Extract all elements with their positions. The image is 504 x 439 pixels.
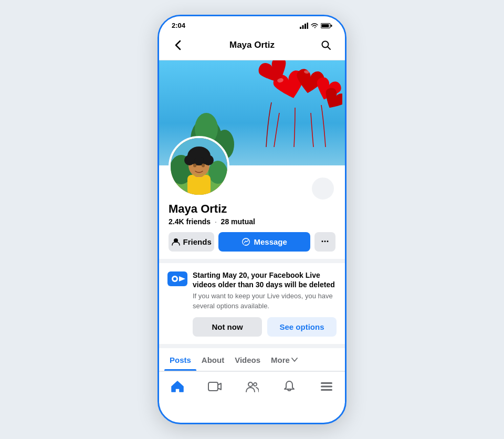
banner-title: Starting May 20, your Facebook Live vide… bbox=[193, 270, 337, 289]
home-icon bbox=[171, 380, 184, 393]
svg-rect-1 bbox=[302, 25, 304, 29]
svg-rect-39 bbox=[321, 385, 332, 387]
bottom-nav-video[interactable] bbox=[202, 377, 228, 396]
chevron-down-icon bbox=[291, 358, 298, 362]
back-button[interactable] bbox=[169, 36, 187, 55]
banner-subtitle: If you want to keep your Live videos, yo… bbox=[193, 291, 337, 310]
friends-icon bbox=[172, 238, 180, 246]
bottom-nav-friends[interactable] bbox=[239, 377, 265, 396]
bottom-nav-home[interactable] bbox=[164, 377, 191, 396]
svg-rect-19 bbox=[187, 175, 211, 195]
balloons bbox=[248, 60, 342, 160]
svg-point-36 bbox=[248, 382, 253, 386]
svg-rect-40 bbox=[321, 389, 332, 391]
tab-posts[interactable]: Posts bbox=[164, 348, 196, 371]
svg-rect-0 bbox=[300, 27, 301, 29]
friends-button-label: Friends bbox=[183, 237, 212, 246]
profile-name: Maya Ortiz bbox=[169, 202, 335, 216]
friends-label: friends bbox=[186, 217, 211, 226]
wifi-icon bbox=[310, 23, 319, 29]
tab-videos[interactable]: Videos bbox=[229, 348, 266, 371]
more-options-button[interactable]: ··· bbox=[314, 232, 335, 252]
banner-actions: Not now See options bbox=[193, 317, 337, 337]
profile-friends-count: 2.4K friends · 28 mutual bbox=[169, 217, 335, 226]
tab-more[interactable]: More bbox=[266, 348, 303, 371]
more-dots: ··· bbox=[321, 236, 329, 247]
search-button[interactable] bbox=[317, 36, 335, 55]
signal-icon bbox=[300, 23, 308, 29]
avatar-illustration bbox=[171, 138, 227, 195]
not-now-button[interactable]: Not now bbox=[193, 317, 262, 337]
highlight-button[interactable] bbox=[310, 176, 335, 201]
video-icon bbox=[208, 380, 222, 393]
page-title: Maya Ortiz bbox=[229, 40, 275, 50]
live-video-icon bbox=[167, 271, 187, 286]
menu-icon bbox=[320, 380, 333, 393]
message-button-label: Message bbox=[254, 237, 287, 246]
bottom-nav-notifications[interactable] bbox=[276, 377, 302, 396]
message-button[interactable]: Message bbox=[218, 232, 310, 252]
svg-rect-35 bbox=[208, 382, 218, 391]
action-buttons: Friends Message ··· bbox=[169, 232, 335, 252]
svg-point-37 bbox=[254, 383, 257, 386]
bottom-nav bbox=[159, 371, 345, 403]
svg-rect-6 bbox=[331, 25, 332, 27]
avatar bbox=[169, 136, 229, 197]
messenger-icon bbox=[242, 237, 250, 246]
svg-rect-3 bbox=[307, 23, 309, 29]
svg-point-34 bbox=[173, 277, 176, 280]
see-options-button[interactable]: See options bbox=[267, 317, 337, 337]
mutual-label: mutual bbox=[231, 217, 255, 226]
bottom-nav-menu[interactable] bbox=[313, 377, 340, 396]
status-icons bbox=[300, 23, 332, 29]
battery-icon bbox=[321, 23, 332, 29]
notification-banner: Starting May 20, your Facebook Live vide… bbox=[159, 259, 345, 344]
svg-rect-38 bbox=[321, 382, 332, 384]
svg-point-28 bbox=[193, 164, 196, 168]
profile-tabs: Posts About Videos More bbox=[159, 344, 345, 371]
profile-section: Maya Ortiz 2.4K friends · 28 mutual Frie… bbox=[159, 165, 345, 259]
svg-point-29 bbox=[202, 164, 205, 168]
people-icon bbox=[245, 380, 259, 393]
top-nav: Maya Ortiz bbox=[159, 33, 345, 60]
status-bar: 2:04 bbox=[159, 16, 345, 33]
svg-rect-5 bbox=[322, 24, 329, 27]
friends-number: 2.4K bbox=[169, 217, 184, 226]
avatar-container bbox=[169, 136, 229, 197]
tab-about[interactable]: About bbox=[196, 348, 229, 371]
time-display: 2:04 bbox=[172, 22, 185, 29]
bell-icon bbox=[283, 380, 296, 393]
mutual-number: 28 bbox=[221, 217, 229, 226]
friends-button[interactable]: Friends bbox=[169, 232, 214, 252]
svg-rect-2 bbox=[304, 24, 306, 29]
svg-point-27 bbox=[194, 148, 204, 158]
phone-frame: 2:04 bbox=[158, 15, 346, 424]
